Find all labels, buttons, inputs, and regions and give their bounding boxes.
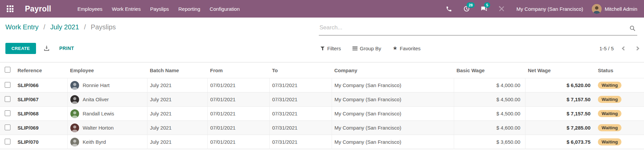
basic-wage-cell: $ 4,500.00	[454, 92, 525, 107]
favorites-label: Favorites	[400, 46, 421, 51]
from-date-cell: 07/01/2021	[207, 121, 269, 135]
row-checkbox[interactable]	[5, 125, 10, 130]
column-header-basic-wage[interactable]: Basic Wage	[454, 62, 525, 78]
support-tools-icon[interactable]	[494, 0, 509, 18]
nav-menu-item[interactable]: Payslips	[145, 0, 174, 18]
messages-count-badge: 5	[484, 2, 490, 8]
filters-button[interactable]: Filters	[320, 46, 341, 51]
column-header-from[interactable]: From	[207, 62, 269, 78]
payslip-row[interactable]: SLIP/069 Walter Horton July 2021 07/01/2…	[0, 121, 644, 135]
employee-avatar	[70, 124, 79, 132]
row-checkbox[interactable]	[5, 110, 10, 116]
column-header-status[interactable]: Status	[595, 62, 644, 78]
status-badge: Waiting	[598, 110, 621, 117]
column-header-company[interactable]: Company	[332, 62, 454, 78]
create-button[interactable]: CREATE	[5, 43, 36, 54]
phone-icon	[446, 6, 452, 12]
search-input[interactable]	[319, 22, 637, 35]
group-by-button[interactable]: Group By	[352, 46, 381, 51]
employee-name: Anita Oliver	[83, 97, 109, 102]
basic-wage-cell: $ 4,600.00	[454, 121, 525, 135]
company-cell: My Company (San Francisco)	[332, 92, 454, 107]
company-switcher[interactable]: My Company (San Francisco)	[512, 6, 588, 12]
pager: 1-5 / 5	[599, 46, 639, 51]
basic-wage-cell: $ 3,650.00	[454, 135, 525, 149]
user-name: Mitchell Admin	[605, 6, 637, 12]
company-cell: My Company (San Francisco)	[332, 121, 454, 135]
from-date-cell: 07/01/2021	[207, 135, 269, 149]
nav-menu-item[interactable]: Employees	[73, 0, 107, 18]
breadcrumb-separator: /	[43, 23, 45, 31]
net-wage-cell: $ 7,157.50	[567, 111, 590, 116]
company-cell: My Company (San Francisco)	[332, 107, 454, 121]
export-download-button[interactable]	[43, 45, 50, 52]
employee-name: Walter Horton	[83, 125, 114, 131]
download-icon	[43, 45, 50, 52]
column-header-batch-name[interactable]: Batch Name	[147, 62, 207, 78]
filters-label: Filters	[327, 46, 341, 51]
basic-wage-cell: $ 4,000.00	[454, 78, 525, 92]
to-date-cell: 07/31/2021	[269, 92, 332, 107]
search-box	[319, 22, 639, 35]
payslip-row[interactable]: SLIP/066 Ronnie Hart July 2021 07/01/202…	[0, 78, 644, 92]
topbar-right: 28 5 My Company (San Francisco)	[442, 0, 639, 18]
row-checkbox[interactable]	[5, 139, 10, 144]
pager-previous-icon[interactable]	[622, 46, 626, 51]
status-badge: Waiting	[598, 138, 621, 145]
breadcrumb-july-2021[interactable]: July 2021	[50, 23, 79, 31]
pager-range: 1-5 / 5	[599, 46, 614, 51]
row-checkbox[interactable]	[5, 96, 10, 102]
nav-menu-item[interactable]: Work Entries	[107, 0, 145, 18]
user-menu[interactable]: Mitchell Admin	[590, 4, 639, 14]
breadcrumb-work-entry[interactable]: Work Entry	[5, 23, 39, 31]
breadcrumb-separator: /	[84, 23, 86, 31]
to-date-cell: 07/31/2021	[269, 121, 332, 135]
activities-button[interactable]: 28	[459, 0, 474, 18]
batch-name-cell: July 2021	[147, 78, 207, 92]
payslip-reference: SLIP/070	[18, 139, 39, 145]
status-badge: Waiting	[598, 96, 621, 103]
app-title[interactable]: Payroll	[25, 4, 51, 13]
to-date-cell: 07/31/2021	[269, 107, 332, 121]
control-panel-buttons: CREATE PRINT Filters Group By ★ Favorite…	[0, 35, 644, 57]
from-date-cell: 07/01/2021	[207, 107, 269, 121]
column-header-employee[interactable]: Employee	[67, 62, 147, 78]
apps-menu-icon[interactable]	[7, 5, 13, 12]
voip-phone-button[interactable]	[442, 0, 456, 18]
status-badge: Waiting	[598, 124, 621, 131]
company-cell: My Company (San Francisco)	[332, 78, 454, 92]
employee-name: Randall Lewis	[83, 111, 114, 116]
view-controls: Filters Group By ★ Favorites	[320, 46, 420, 51]
payslip-row[interactable]: SLIP/067 Anita Oliver July 2021 07/01/20…	[0, 92, 644, 107]
pager-next-icon[interactable]	[635, 46, 639, 51]
main-menu: Employees Work Entries Payslips Reportin…	[73, 0, 244, 18]
batch-name-cell: July 2021	[147, 135, 207, 149]
column-header-to[interactable]: To	[269, 62, 332, 78]
net-wage-cell: $ 6,520.00	[567, 82, 590, 88]
from-date-cell: 07/01/2021	[207, 78, 269, 92]
search-icon[interactable]	[629, 25, 636, 33]
employee-avatar	[70, 81, 79, 90]
nav-menu-item[interactable]: Reporting	[174, 0, 205, 18]
payslip-row[interactable]: SLIP/068 Randall Lewis July 2021 07/01/2…	[0, 107, 644, 121]
star-icon: ★	[393, 46, 397, 51]
messages-button[interactable]: 5	[477, 0, 492, 18]
user-avatar	[592, 4, 602, 14]
column-header-net-wage[interactable]: Net Wage	[525, 62, 595, 78]
row-checkbox[interactable]	[5, 82, 10, 88]
filter-funnel-icon	[320, 46, 325, 51]
group-by-label: Group By	[360, 46, 381, 51]
status-badge: Waiting	[598, 82, 621, 89]
table-header-row: Reference Employee Batch Name From To Co…	[0, 62, 644, 78]
net-wage-cell: $ 6,073.75	[567, 139, 590, 145]
batch-name-cell: July 2021	[147, 121, 207, 135]
payslips-table: Reference Employee Batch Name From To Co…	[0, 62, 644, 149]
payslip-row[interactable]: SLIP/070 Keith Byrd July 2021 07/01/2021	[0, 135, 644, 149]
column-header-reference[interactable]: Reference	[15, 62, 67, 78]
nav-menu-item[interactable]: Configuration	[205, 0, 244, 18]
payslip-reference: SLIP/067	[18, 97, 39, 102]
print-button[interactable]: PRINT	[59, 46, 74, 51]
net-wage-cell: $ 7,285.00	[567, 125, 590, 131]
favorites-button[interactable]: ★ Favorites	[393, 46, 420, 51]
select-all-checkbox[interactable]	[5, 67, 10, 73]
